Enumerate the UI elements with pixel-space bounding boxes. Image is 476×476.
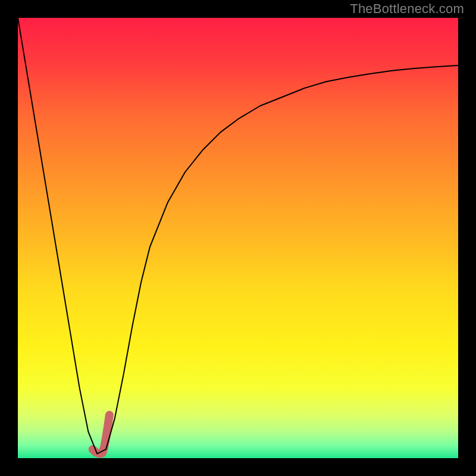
watermark-text: TheBottleneck.com (350, 1, 464, 17)
curve-layer (18, 18, 458, 458)
chart-frame: TheBottleneck.com (0, 0, 476, 476)
plot-area (18, 18, 458, 458)
bottleneck-curve (18, 18, 458, 454)
